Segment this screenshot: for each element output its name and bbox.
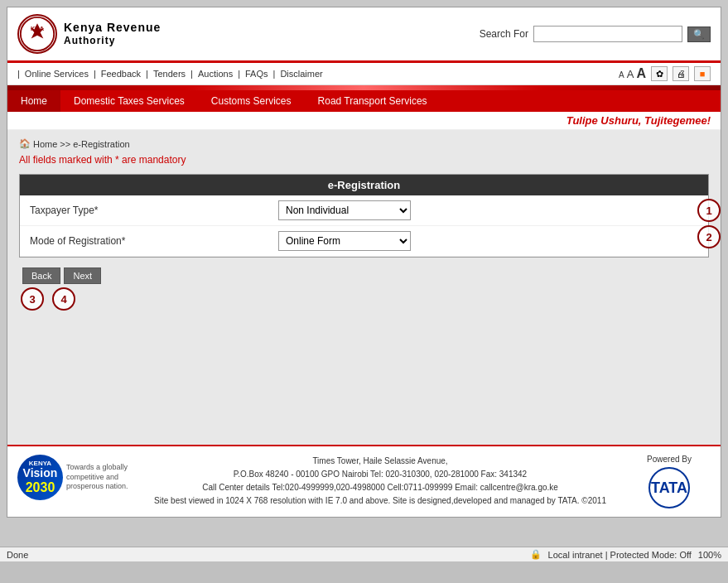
- security-icon: 🔒: [530, 549, 542, 560]
- nav-bar: Home Domestic Taxes Services Customs Ser…: [7, 90, 721, 112]
- powered-by-label: Powered By: [628, 455, 711, 464]
- content-area: 🏠 Home >> e-Registration All fields mark…: [7, 130, 721, 445]
- logo-area: KRA Kenya Revenue Authority: [17, 14, 161, 54]
- annotation-2: 2: [697, 225, 721, 248]
- footer-address2: P.O.Box 48240 - 00100 GPO Nairobi Tel: 0…: [141, 468, 620, 481]
- vision-circle: KENYA Vision 2030: [17, 455, 63, 500]
- rss-icon[interactable]: ■: [694, 66, 711, 81]
- search-button[interactable]: 🔍: [687, 26, 711, 42]
- mandatory-note: All fields marked with * are mandatory: [19, 154, 709, 166]
- online-services-link[interactable]: Online Services: [22, 69, 92, 79]
- font-medium-button[interactable]: A: [627, 68, 634, 80]
- tenders-link[interactable]: Tenders: [150, 69, 189, 79]
- taxpayer-type-row: Taxpayer Type* Non Individual Individual: [20, 195, 708, 226]
- taxpayer-type-select[interactable]: Non Individual Individual: [278, 200, 411, 220]
- annotation-3: 3: [21, 287, 44, 311]
- breadcrumb-home[interactable]: Home: [33, 139, 57, 149]
- org-name: Kenya Revenue Authority: [64, 20, 161, 48]
- status-done: Done: [7, 550, 28, 560]
- footer-address1: Times Tower, Haile Selassie Avenue,: [141, 455, 620, 468]
- feedback-link[interactable]: Feedback: [98, 69, 144, 79]
- nav-road-transport[interactable]: Road Transport Services: [305, 90, 441, 112]
- taxpayer-type-control: Non Individual Individual: [278, 200, 698, 220]
- top-links-right: A A A ✿ 🖨 ■: [619, 66, 711, 81]
- status-bar: Done 🔒 Local intranet | Protected Mode: …: [0, 547, 728, 561]
- disclaimer-link[interactable]: Disclaimer: [277, 69, 325, 79]
- home-icon: 🏠: [19, 138, 31, 149]
- annotation-4: 4: [52, 287, 75, 311]
- vision-sub: Towards a globally competitive and prosp…: [66, 463, 133, 492]
- breadcrumb-page: e-Registration: [73, 139, 129, 149]
- accessibility-icon[interactable]: ✿: [651, 66, 668, 81]
- footer-callcenter: Call Center details Tel:020-4999999,020-…: [141, 481, 620, 494]
- search-label: Search For: [480, 28, 528, 40]
- taxpayer-type-label: Taxpayer Type*: [30, 205, 278, 216]
- font-small-button[interactable]: A: [619, 70, 624, 80]
- font-size-controls: A A A: [619, 66, 646, 81]
- breadcrumb: 🏠 Home >> e-Registration: [19, 138, 709, 149]
- back-button[interactable]: Back: [22, 267, 60, 284]
- mode-registration-label: Mode of Registration*: [30, 235, 278, 247]
- top-links-left: | Online Services | Feedback | Tenders |…: [17, 69, 326, 79]
- status-left: Done: [7, 550, 28, 560]
- tagline: Tulipe Ushuru, Tujitegemee!: [7, 112, 721, 130]
- mode-registration-row: Mode of Registration* Online Form Paper …: [20, 226, 708, 257]
- eregistration-form: e-Registration Taxpayer Type* Non Indivi…: [19, 174, 709, 258]
- mode-registration-control: Online Form Paper Form: [278, 231, 698, 251]
- print-icon[interactable]: 🖨: [673, 66, 689, 81]
- form-body: Taxpayer Type* Non Individual Individual…: [20, 195, 708, 257]
- nav-customs-services[interactable]: Customs Services: [198, 90, 305, 112]
- tata-logo: TATA: [648, 467, 690, 508]
- next-button[interactable]: Next: [64, 267, 101, 284]
- annotation-1: 1: [697, 199, 721, 222]
- form-title: e-Registration: [20, 175, 708, 195]
- mode-registration-select[interactable]: Online Form Paper Form: [278, 231, 411, 251]
- footer-center: Times Tower, Haile Selassie Avenue, P.O.…: [141, 455, 620, 508]
- auctions-link[interactable]: Auctions: [195, 69, 236, 79]
- top-links-bar: | Online Services | Feedback | Tenders |…: [7, 63, 721, 85]
- vision-logo-area: KENYA Vision 2030 Towards a globally com…: [17, 455, 133, 500]
- font-large-button[interactable]: A: [636, 66, 646, 81]
- footer-right: Powered By TATA: [628, 455, 711, 508]
- footer: KENYA Vision 2030 Towards a globally com…: [7, 445, 721, 517]
- nav-domestic-taxes[interactable]: Domestic Taxes Services: [60, 90, 198, 112]
- search-area: Search For 🔍: [480, 26, 711, 42]
- form-buttons: Back Next: [19, 267, 709, 284]
- status-right: 🔒 Local intranet | Protected Mode: Off 1…: [530, 549, 721, 560]
- search-input[interactable]: [533, 26, 682, 42]
- security-text: Local intranet | Protected Mode: Off: [548, 550, 692, 560]
- faqs-link[interactable]: FAQs: [242, 69, 272, 79]
- nav-home[interactable]: Home: [7, 90, 60, 112]
- footer-site-note: Site best viewed in 1024 X 768 resolutio…: [141, 494, 620, 508]
- zoom-level: 100%: [698, 550, 721, 560]
- kra-logo: KRA: [17, 14, 57, 54]
- footer-logo: KENYA Vision 2030 Towards a globally com…: [17, 455, 133, 500]
